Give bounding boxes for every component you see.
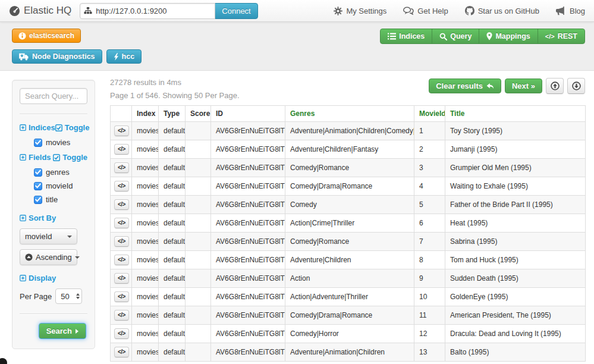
connect-button[interactable]: Connect [215,3,257,19]
view-source-button[interactable]: </> [114,328,129,339]
table-row: </>moviesdefaultAV6G8rEnNuEiTG8lTG3kAdve… [111,343,586,362]
check-square-icon [55,124,62,131]
search-query-input[interactable] [20,88,87,104]
cell-id: AV6G8rEnNuEiTG8lTG3j [211,325,285,343]
plus-square-icon [20,154,26,161]
view-source-button[interactable]: </> [114,310,129,321]
github-icon [465,6,474,15]
cell-type: default [159,140,186,159]
cell-index: movies [132,140,159,159]
number-spinner[interactable] [76,293,80,299]
my-settings-link[interactable]: My Settings [334,7,386,15]
cell-score [186,343,211,362]
sort-field-select[interactable]: movieId [20,228,77,244]
plus-square-icon [20,124,26,131]
view-source-button[interactable]: </> [114,181,129,192]
view-source-button[interactable]: </> [114,125,129,136]
fields-toggle-link[interactable]: Toggle [53,153,87,162]
cell-index: movies [132,214,159,233]
column-score: Score [186,106,211,122]
hcc-button[interactable]: hcc [106,49,142,64]
search-button[interactable]: Search [39,323,86,339]
indices-tab-button[interactable]: Indices [380,29,432,44]
sort-section-toggle[interactable]: Sort By [20,214,56,222]
column-id: ID [211,106,285,122]
movieid-checkbox[interactable] [34,182,42,190]
cell-genres: Adventure|Animation|Children|Comedy|Fant… [285,122,414,140]
cell-index: movies [132,122,159,140]
mappings-tab-button[interactable]: Mappings [479,29,538,44]
index-checkbox-row: movies [34,138,87,147]
view-source-cell: </> [111,269,132,288]
sitemap-icon [84,7,92,15]
field-checkbox-row: movieId [34,181,87,190]
cell-genres: Action|Adventure|Thriller [285,288,414,306]
get-help-link[interactable]: Get Help [403,7,448,15]
query-sidebar: Indices Toggle movies Fields [12,80,95,349]
view-source-button[interactable]: </> [114,218,129,228]
view-source-cell: </> [111,233,132,251]
cell-genres: Action|Crime|Thriller [285,214,414,233]
circle-arrow-up-icon [25,253,33,261]
rest-tab-button[interactable]: </> REST [538,29,585,44]
genres-checkbox[interactable] [34,168,42,177]
cluster-name-button[interactable]: elasticsearch [12,29,81,43]
list-icon [388,33,396,40]
per-page-input[interactable]: 50 [55,288,82,304]
cell-index: movies [132,269,159,288]
cell-type: default [159,233,186,251]
github-link[interactable]: Star us on GitHub [465,6,539,15]
cell-type: default [159,122,186,140]
view-source-button[interactable]: </> [114,273,129,284]
field-checkbox-row: genres [34,168,87,177]
view-source-button[interactable]: </> [114,347,129,357]
table-header-row: Index Type Score ID Genres MovieId Title [111,106,586,122]
undo-arrow-icon [486,83,494,90]
cell-genres: Comedy [285,196,414,214]
cell-type: default [159,343,186,362]
cell-movieid: 1 [414,122,445,140]
indices-section-toggle[interactable]: Indices [20,123,55,132]
table-row: </>moviesdefaultAV6G8rEnNuEiTG8lTG3jCome… [111,325,586,343]
cluster-url-input[interactable] [80,3,215,19]
next-page-button[interactable]: Next » [505,79,542,93]
column-type: Type [159,106,186,122]
scroll-top-button[interactable] [546,78,564,94]
view-source-button[interactable]: </> [114,162,129,173]
cell-index: movies [132,325,159,343]
app-brand[interactable]: Elastic HQ [9,5,71,17]
cell-movieid: 7 [414,233,445,251]
fields-section-toggle[interactable]: Fields [20,153,51,162]
display-section-toggle[interactable]: Display [20,274,56,283]
cell-index: movies [132,343,159,362]
info-icon [18,32,26,40]
movies-checkbox[interactable] [34,139,42,147]
megaphone-icon [556,7,566,15]
view-source-button[interactable]: </> [114,199,129,210]
cell-type: default [159,159,186,177]
table-row: </>moviesdefaultAV6G8rEnNuEiTG8lTG3iCome… [111,306,586,325]
view-source-button[interactable]: </> [114,255,129,265]
title-checkbox[interactable] [34,196,42,204]
node-diagnostics-button[interactable]: Node Diagnostics [12,49,102,64]
sort-direction-select[interactable]: Ascending [20,249,77,265]
indices-toggle-link[interactable]: Toggle [55,123,90,132]
cell-index: movies [132,233,159,251]
query-tab-button[interactable]: Query [432,29,479,44]
cell-title: Toy Story (1995) [445,122,586,140]
cell-movieid: 8 [414,251,445,269]
blog-link[interactable]: Blog [556,7,585,15]
cell-genres: Comedy|Drama|Romance [285,306,414,325]
view-source-button[interactable]: </> [114,236,129,247]
cell-index: movies [132,159,159,177]
view-source-button[interactable]: </> [114,144,129,155]
clear-results-button[interactable]: Clear results [429,79,501,93]
view-source-cell: </> [111,214,132,233]
view-source-button[interactable]: </> [114,291,129,302]
app-title: Elastic HQ [24,5,71,17]
table-row: </>moviesdefaultAV6G8rEnNuEiTG8lTG3YAdve… [111,122,586,140]
cell-title: Tom and Huck (1995) [445,251,586,269]
chevron-down-icon [67,236,72,238]
scroll-bottom-button[interactable] [567,78,585,94]
cell-type: default [159,251,186,269]
